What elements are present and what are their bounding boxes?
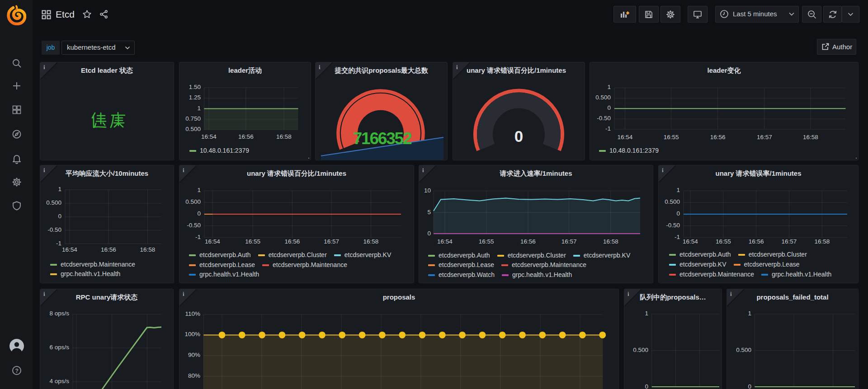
svg-text:0: 0 [514,127,523,145]
svg-text:?: ? [15,368,19,374]
svg-text:7166352: 7166352 [353,129,412,148]
